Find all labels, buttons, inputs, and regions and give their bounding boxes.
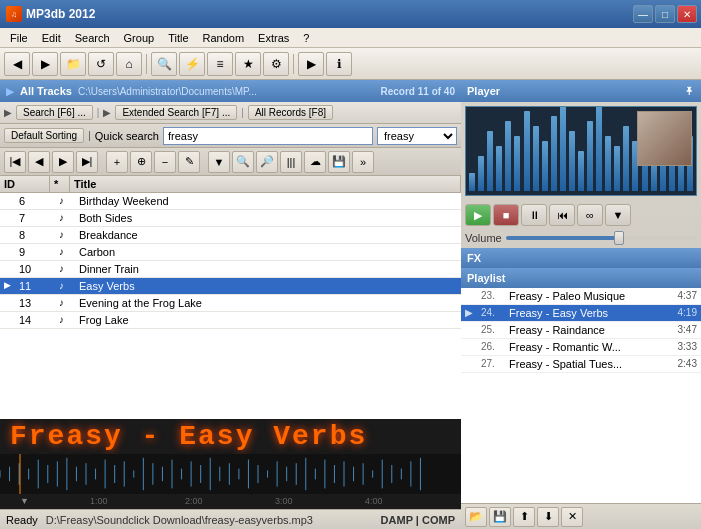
play-indicator: ▶ xyxy=(0,278,15,294)
col-flag[interactable]: * xyxy=(50,176,70,192)
prev-button[interactable]: ⏮ xyxy=(549,204,575,226)
pl-down-button[interactable]: ⬇ xyxy=(537,507,559,527)
menu-random[interactable]: Random xyxy=(197,31,251,45)
table-row[interactable]: 13♪Evening at the Frog Lake xyxy=(0,295,461,312)
col-id[interactable]: ID xyxy=(0,176,50,192)
search-bar: ▶ Search [F6] ... | ▶ Extended Search [F… xyxy=(0,102,461,124)
pause-button[interactable]: ⏸ xyxy=(521,204,547,226)
menu-group[interactable]: Group xyxy=(118,31,161,45)
status-bar: Ready D:\Freasy\Soundclick Download\frea… xyxy=(0,509,461,529)
now-playing-bar: Freasy - Easy Verbs Freasy - Easy Verbs … xyxy=(0,419,461,509)
tb2-last-button[interactable]: ▶| xyxy=(76,151,98,173)
col-title[interactable]: Title xyxy=(70,176,461,192)
pl-save-button[interactable]: 💾 xyxy=(489,507,511,527)
tb-filter-button[interactable]: ⚡ xyxy=(179,52,205,76)
tb2-cloud-button[interactable]: ☁ xyxy=(304,151,326,173)
tb-search-button[interactable]: 🔍 xyxy=(151,52,177,76)
minimize-button[interactable]: — xyxy=(633,5,653,23)
menu-help[interactable]: ? xyxy=(297,31,315,45)
all-records-button[interactable]: All Records [F8] xyxy=(248,105,333,120)
tb-folder-button[interactable]: 📁 xyxy=(60,52,86,76)
table-row[interactable]: 7♪Both Sides xyxy=(0,210,461,227)
table-row[interactable]: 8♪Breakdance xyxy=(0,227,461,244)
default-sorting-button[interactable]: Default Sorting xyxy=(4,128,84,143)
pl-up-button[interactable]: ⬆ xyxy=(513,507,535,527)
status-ready: Ready xyxy=(6,514,38,526)
tb-info-button[interactable]: ℹ xyxy=(326,52,352,76)
tb2-columns-button[interactable]: ||| xyxy=(280,151,302,173)
tb2-more-button[interactable]: » xyxy=(352,151,374,173)
close-button[interactable]: ✕ xyxy=(677,5,697,23)
menu-extras[interactable]: Extras xyxy=(252,31,295,45)
track-title: Evening at the Frog Lake xyxy=(75,295,461,311)
tb2-add-button[interactable]: + xyxy=(106,151,128,173)
playlist-item[interactable]: 27.Freasy - Spatial Tues...2:43 xyxy=(461,356,701,373)
loop-button[interactable]: ∞ xyxy=(577,204,603,226)
pl-open-button[interactable]: 📂 xyxy=(465,507,487,527)
playlist-toolbar: 📂 💾 ⬆ ⬇ ✕ xyxy=(461,503,701,529)
vis-bar xyxy=(569,131,575,191)
menu-edit[interactable]: Edit xyxy=(36,31,67,45)
table-row[interactable]: 6♪Birthday Weekend xyxy=(0,193,461,210)
playlist-item[interactable]: ▶24.Freasy - Easy Verbs4:19 xyxy=(461,305,701,322)
title-bar-left: ♫ MP3db 2012 xyxy=(6,6,95,22)
tb2-filter-button[interactable]: ▼ xyxy=(208,151,230,173)
title-bar: ♫ MP3db 2012 — □ ✕ xyxy=(0,0,701,28)
menu-file[interactable]: File xyxy=(4,31,34,45)
tb-back-button[interactable]: ◀ xyxy=(4,52,30,76)
quick-search-input[interactable] xyxy=(163,127,373,145)
player-visualizer xyxy=(465,106,697,196)
pl-play-icon xyxy=(465,341,481,353)
dropdown-button[interactable]: ▼ xyxy=(605,204,631,226)
tb-home-button[interactable]: ⌂ xyxy=(116,52,142,76)
tb2-binoculars2-button[interactable]: 🔎 xyxy=(256,151,278,173)
pl-time: 3:33 xyxy=(665,341,697,353)
tb2-save-button[interactable]: 💾 xyxy=(328,151,350,173)
player-label: Player xyxy=(467,85,500,97)
menu-title[interactable]: Title xyxy=(162,31,194,45)
tb-forward-button[interactable]: ▶ xyxy=(32,52,58,76)
vis-bar xyxy=(596,106,602,191)
playlist-item[interactable]: 23.Freasy - Paleo Musique4:37 xyxy=(461,288,701,305)
tb2-edit-button[interactable]: ✎ xyxy=(178,151,200,173)
volume-thumb[interactable] xyxy=(614,231,624,245)
play-button[interactable]: ▶ xyxy=(465,204,491,226)
quick-search-dropdown[interactable]: freasy xyxy=(377,127,457,145)
music-icon: ♪ xyxy=(55,295,75,311)
volume-slider[interactable] xyxy=(506,236,697,240)
quick-search-bar: Default Sorting | Quick search freasy xyxy=(0,124,461,148)
play-indicator xyxy=(0,210,15,226)
table-row[interactable]: ▶11♪Easy Verbs xyxy=(0,278,461,295)
playlist-item[interactable]: 26.Freasy - Romantic W...3:33 xyxy=(461,339,701,356)
vis-bar xyxy=(560,106,566,191)
track-list: 6♪Birthday Weekend7♪Both Sides8♪Breakdan… xyxy=(0,193,461,329)
playlist-item[interactable]: 25.Freasy - Raindance3:47 xyxy=(461,322,701,339)
table-row[interactable]: 9♪Carbon xyxy=(0,244,461,261)
tb-refresh-button[interactable]: ↺ xyxy=(88,52,114,76)
table-row[interactable]: 14♪Frog Lake xyxy=(0,312,461,329)
tb2-copy-button[interactable]: ⊕ xyxy=(130,151,152,173)
waveform-canvas xyxy=(0,454,430,494)
tb-play-button[interactable]: ▶ xyxy=(298,52,324,76)
tb-list-button[interactable]: ≡ xyxy=(207,52,233,76)
track-id: 10 xyxy=(15,261,55,277)
pl-remove-button[interactable]: ✕ xyxy=(561,507,583,527)
menu-search[interactable]: Search xyxy=(69,31,116,45)
pl-title: Freasy - Raindance xyxy=(509,324,665,336)
music-icon: ♪ xyxy=(55,193,75,209)
stop-button[interactable]: ■ xyxy=(493,204,519,226)
table-row[interactable]: 10♪Dinner Train xyxy=(0,261,461,278)
tb2-binoculars-button[interactable]: 🔍 xyxy=(232,151,254,173)
extended-search-button[interactable]: Extended Search [F7] ... xyxy=(115,105,237,120)
search-f6-button[interactable]: Search [F6] ... xyxy=(16,105,93,120)
tb-star-button[interactable]: ★ xyxy=(235,52,261,76)
tb2-prev-button[interactable]: ◀ xyxy=(28,151,50,173)
maximize-button[interactable]: □ xyxy=(655,5,675,23)
track-header: ▶ All Tracks C:\Users\Administrator\Docu… xyxy=(0,80,461,102)
vis-bar xyxy=(533,126,539,191)
tb2-next-button[interactable]: ▶ xyxy=(52,151,74,173)
tb2-first-button[interactable]: |◀ xyxy=(4,151,26,173)
tb-settings-button[interactable]: ⚙ xyxy=(263,52,289,76)
playlist-header: Playlist xyxy=(461,268,701,288)
tb2-delete-button[interactable]: − xyxy=(154,151,176,173)
